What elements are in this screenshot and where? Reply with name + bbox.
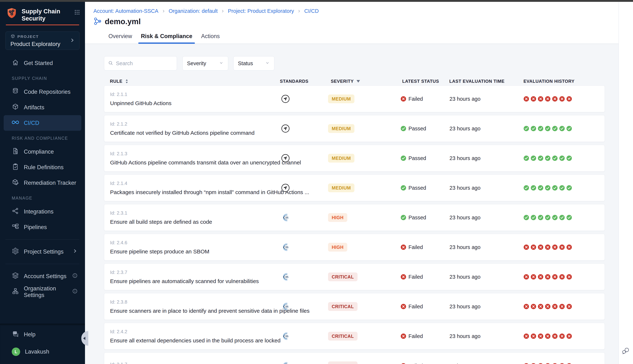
sidebar-item-integrations[interactable]: Integrations — [0, 204, 85, 219]
info-icon[interactable] — [72, 273, 78, 280]
support-chat-button[interactable] — [621, 346, 630, 356]
status-cell: Passed — [400, 214, 426, 221]
status-label: Passed — [408, 185, 426, 191]
check-circle-icon — [566, 185, 572, 191]
x-circle-icon — [524, 274, 529, 280]
check-circle-icon — [559, 126, 565, 132]
severity-filter-dropdown[interactable]: Severity — [182, 56, 228, 70]
sidebar-item-account-settings[interactable]: Account Settings — [0, 268, 85, 284]
breadcrumb-account[interactable]: Account: Automation-SSCA — [94, 8, 158, 14]
table-row[interactable]: Id: 2.1.2 Certificate not verified by Gi… — [104, 115, 605, 142]
search-icon — [108, 60, 114, 66]
table-row[interactable]: Id: 2.3.8 Ensure scanners are in place t… — [104, 293, 605, 320]
breadcrumb-separator-icon — [220, 9, 225, 13]
user-avatar: L — [12, 348, 20, 356]
table-row[interactable]: Id: 2.3.1 Ensure all build steps are def… — [104, 204, 605, 231]
x-circle-icon — [566, 274, 572, 280]
table-row[interactable]: Id: 2.1.4 Packages insecurely installed … — [104, 174, 605, 201]
tab-risk-and-compliance[interactable]: Risk & Compliance — [138, 29, 195, 44]
history-cell — [524, 126, 572, 132]
x-circle-icon — [552, 304, 558, 310]
severity-badge: MEDIUM — [328, 154, 354, 162]
table-row[interactable]: Id: 2.4.6 Ensure pipeline steps produce … — [104, 234, 605, 260]
brand-accent-rule — [6, 24, 79, 25]
module-grid-icon[interactable] — [74, 9, 80, 16]
rule-id: Id: 2.1.2 — [110, 121, 254, 127]
rule-cell: Id: 2.4.6 Ensure pipeline steps produce … — [110, 240, 209, 255]
status-filter-dropdown[interactable]: Status — [233, 56, 274, 70]
rule-title: Packages insecurely installed through “n… — [110, 189, 275, 195]
severity-cell: MEDIUM — [328, 124, 354, 133]
status-icon — [400, 185, 406, 191]
severity-badge: CRITICAL — [328, 272, 358, 281]
sidebar-item-cicd[interactable]: CI/CD — [4, 115, 81, 131]
history-cell — [524, 156, 572, 161]
status-cell: Passed — [400, 126, 426, 132]
code-repositories-icon — [12, 88, 19, 96]
status-label: Failed — [408, 333, 423, 339]
history-cell — [524, 304, 572, 310]
sidebar-item-project-settings[interactable]: Project Settings — [0, 244, 85, 260]
breadcrumb-project[interactable]: Project: Product Exploratory — [228, 8, 294, 14]
cis-standard-icon: CIS — [281, 273, 290, 281]
tab-overview[interactable]: Overview — [106, 29, 134, 44]
sidebar-item-remediation-tracker[interactable]: Remediation Tracker — [0, 175, 85, 190]
x-circle-icon — [524, 244, 529, 250]
eval-time: 23 hours ago — [450, 126, 480, 132]
eval-time: 23 hours ago — [450, 363, 480, 364]
status-cell: Passed — [400, 155, 426, 161]
severity-cell: CRITICAL — [328, 272, 358, 281]
breadcrumb-organization[interactable]: Organization: default — [169, 8, 218, 14]
severity-badge: HIGH — [328, 213, 347, 222]
sidebar-item-rule-definitions[interactable]: Rule Definitions — [0, 160, 85, 175]
help-button[interactable]: ? Help — [0, 328, 85, 341]
rule-id: Id: 2.4.2 — [110, 329, 275, 334]
search-input[interactable] — [116, 60, 173, 66]
sidebar-item-get-started[interactable]: Get Started — [0, 55, 85, 71]
severity-badge: HIGH — [328, 243, 347, 252]
sidebar-item-code-repositories[interactable]: Code Repositories — [0, 84, 85, 100]
history-cell — [524, 96, 572, 102]
user-menu[interactable]: L Lavakush — [0, 345, 85, 358]
x-circle-icon — [545, 244, 550, 250]
cis-standard-icon: CIS — [281, 362, 290, 364]
x-circle-icon — [552, 244, 558, 250]
check-circle-icon — [559, 185, 565, 191]
rule-id: Id: 2.4.6 — [110, 240, 209, 246]
x-circle-icon — [524, 304, 529, 310]
severity-cell: CRITICAL — [328, 362, 358, 364]
sidebar-item-artifacts[interactable]: Artifacts — [0, 100, 85, 115]
x-circle-icon — [566, 244, 572, 250]
sidebar-item-organization-settings[interactable]: Organization Settings — [0, 284, 85, 300]
column-header-severity[interactable]: SEVERITY — [331, 79, 360, 84]
gear-icon — [12, 247, 19, 256]
sidebar-item-compliance[interactable]: Compliance — [0, 144, 85, 160]
rule-id: Id: 2.1.1 — [110, 92, 172, 97]
check-circle-icon — [524, 156, 529, 161]
standards-cell: CIS — [281, 243, 290, 252]
info-icon[interactable] — [72, 288, 78, 295]
sidebar-item-pipelines[interactable]: Pipelines — [0, 219, 85, 235]
check-circle-icon — [545, 126, 550, 132]
tab-actions[interactable]: Actions — [198, 29, 222, 44]
help-chat-icon: ? — [12, 330, 19, 339]
check-circle-icon — [566, 126, 572, 132]
check-circle-icon — [538, 185, 544, 191]
x-circle-icon — [559, 363, 565, 364]
pipelines-icon — [12, 223, 19, 232]
table-row[interactable]: Id: 2.4.2 Ensure all external dependenci… — [104, 323, 605, 350]
table-row[interactable]: Id: 2.1.1 Unpinned GitHub Actions CIS ME… — [104, 86, 605, 112]
project-selector[interactable]: PROJECT Product Exploratory — [6, 32, 80, 50]
table-row[interactable]: Id: 2.3.7 Ensure pipelines are automatic… — [104, 264, 605, 290]
severity-cell: HIGH — [328, 213, 347, 222]
table-row[interactable]: Id: 2.1.3 GitHub Actions pipeline comman… — [104, 145, 605, 172]
x-circle-icon — [559, 96, 565, 102]
severity-badge: MEDIUM — [328, 124, 354, 133]
column-header-rule[interactable]: RULE — [110, 79, 128, 84]
history-cell — [524, 185, 572, 191]
org-hierarchy-icon — [12, 288, 19, 296]
cis-standard-icon: CIS — [281, 302, 290, 311]
breadcrumb-cicd[interactable]: CI/CD — [304, 8, 319, 14]
table-row[interactable]: Id: 3.1.7 CIS CRITICAL Failed — [104, 352, 605, 364]
status-icon — [400, 274, 406, 280]
